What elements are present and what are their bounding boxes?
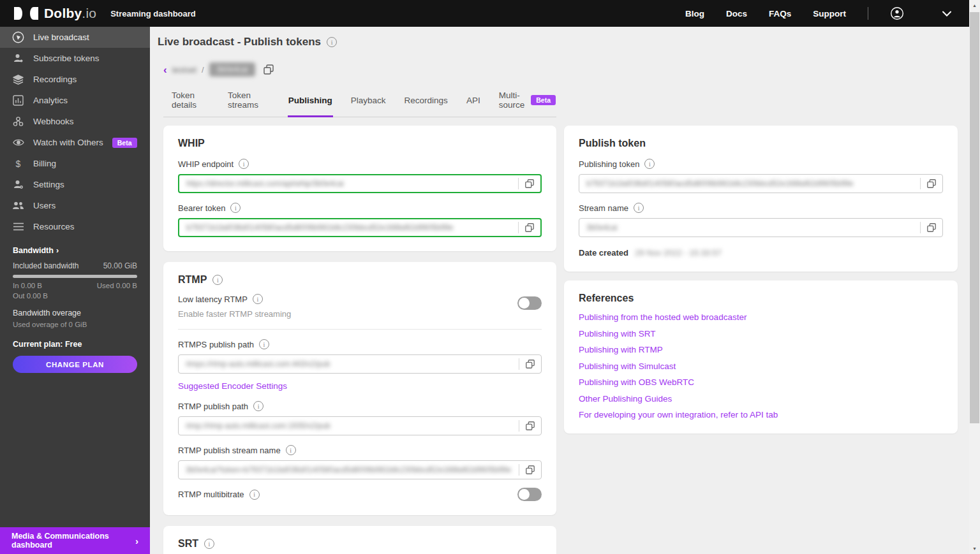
- change-plan-button[interactable]: CHANGE PLAN: [13, 356, 137, 373]
- stream-name-value: 3b0e4cai: [586, 223, 920, 232]
- rtmp-multibitrate-toggle[interactable]: [517, 488, 542, 501]
- date-created-label: Date created: [579, 248, 628, 258]
- info-icon[interactable]: i: [253, 294, 263, 304]
- reference-link-publishing-rtmp[interactable]: Publishing with RTMP: [579, 345, 943, 354]
- info-icon[interactable]: i: [239, 159, 249, 169]
- sidebar-item-label: Analytics: [33, 96, 68, 105]
- info-icon[interactable]: i: [634, 203, 644, 213]
- sidebar-item-billing[interactable]: $ Billing: [0, 153, 150, 174]
- info-icon[interactable]: i: [204, 539, 214, 549]
- info-icon[interactable]: i: [259, 339, 269, 349]
- media-communications-dashboard-link[interactable]: Media & Communications dashboard ›: [0, 527, 150, 554]
- bearer-token-label: Bearer token: [178, 203, 225, 213]
- publishing-token-input[interactable]: b79371b1bd036d0140580acd5d8006b981b8c230…: [579, 174, 943, 193]
- bandwidth-title[interactable]: Bandwidth›: [13, 246, 137, 255]
- sidebar-item-users[interactable]: Users: [0, 195, 150, 216]
- info-icon[interactable]: i: [286, 445, 296, 455]
- rtmp-title: RTMP: [178, 274, 207, 286]
- rtmp-card: RTMP i Low latency RTMP i Enable faster …: [163, 262, 556, 515]
- copy-button[interactable]: [519, 222, 540, 233]
- info-icon[interactable]: i: [230, 203, 241, 213]
- tab-multi-source[interactable]: Multi-source Beta: [498, 87, 556, 117]
- info-icon[interactable]: i: [249, 490, 260, 500]
- reference-link-publishing-obs-webrtc[interactable]: Publishing with OBS WebRTC: [579, 377, 943, 387]
- rtmp-publish-stream-name-input[interactable]: 3b0e4cai?token=b79371b1bd036d0140580acd5…: [178, 460, 542, 479]
- rtmp-publish-path-label: RTMP publish path: [178, 402, 248, 411]
- bandwidth-overage-sub: Used overage of 0 GiB: [13, 321, 137, 328]
- sidebar-item-resources[interactable]: Resources: [0, 216, 150, 237]
- breadcrumb-token-chip[interactable]: 3b0e4cai: [209, 62, 256, 77]
- info-icon[interactable]: i: [253, 401, 264, 411]
- dolby-logo[interactable]: Dolby.io: [14, 6, 96, 21]
- copy-button[interactable]: [519, 421, 541, 431]
- scroll-up-arrow[interactable]: ▲: [969, 0, 980, 11]
- back-chevron-icon[interactable]: ‹: [163, 64, 167, 75]
- account-icon[interactable]: [890, 6, 904, 20]
- scroll-down-arrow[interactable]: ▼: [969, 543, 980, 554]
- tab-recordings[interactable]: Recordings: [404, 87, 449, 117]
- sidebar-item-subscribe-tokens[interactable]: Subscribe tokens: [0, 48, 150, 69]
- rtmps-publish-path-input[interactable]: rtmps://rtmp-auto.millicast.com:443/v2/p…: [178, 354, 542, 374]
- copy-button[interactable]: [519, 179, 540, 189]
- bandwidth-overage-title: Bandwidth overage: [13, 309, 137, 317]
- date-created-value: 29 Nov 2022 - 15:33:57: [635, 248, 722, 258]
- page-title: Live broadcast - Publish tokens: [158, 36, 321, 48]
- sidebar-item-settings[interactable]: Settings: [0, 174, 150, 195]
- copy-icon[interactable]: [263, 64, 274, 75]
- user-settings-icon: [12, 179, 24, 190]
- tab-token-details[interactable]: Token details: [171, 87, 210, 117]
- info-icon[interactable]: i: [327, 37, 337, 47]
- whip-card: WHIP WHIP endpoint i https://director.mi…: [163, 126, 556, 251]
- srt-title: SRT: [178, 538, 198, 550]
- copy-button[interactable]: [921, 222, 942, 233]
- sidebar-item-label: Live broadcast: [33, 33, 89, 42]
- divider: [178, 329, 542, 330]
- info-icon[interactable]: i: [644, 159, 655, 169]
- tab-api[interactable]: API: [466, 87, 481, 117]
- sidebar-item-watch-with-others[interactable]: Watch with Others Beta: [0, 132, 150, 153]
- breadcrumb-parent[interactable]: testset: [172, 65, 197, 75]
- chevron-right-icon: ›: [56, 246, 59, 255]
- reference-link-api-tab[interactable]: For developing your own integration, ref…: [579, 410, 943, 419]
- page-scrollbar[interactable]: ▲ ▼: [969, 0, 980, 554]
- reference-link-publishing-simulcast[interactable]: Publishing with Simulcast: [579, 361, 943, 371]
- copy-button[interactable]: [519, 465, 541, 475]
- bandwidth-used-value: Used 0.00 B: [97, 282, 137, 289]
- nav-docs-link[interactable]: Docs: [726, 9, 747, 18]
- low-latency-rtmp-description: Enable faster RTMP streaming: [178, 309, 291, 319]
- nav-blog-link[interactable]: Blog: [685, 9, 704, 18]
- scrollbar-thumb[interactable]: [970, 12, 979, 423]
- bearer-token-value: b79371b1bd036d0140580acd5d8006b981b8c230…: [186, 223, 518, 232]
- reference-link-other-publishing-guides[interactable]: Other Publishing Guides: [579, 394, 943, 404]
- sidebar-item-webhooks[interactable]: Webhooks: [0, 111, 150, 132]
- stream-name-input[interactable]: 3b0e4cai: [579, 218, 943, 237]
- tab-bar: Token details Token streams Publishing P…: [163, 87, 556, 117]
- low-latency-rtmp-toggle[interactable]: [517, 296, 542, 310]
- reference-link-publishing-srt[interactable]: Publishing with SRT: [579, 329, 943, 339]
- sidebar-item-recordings[interactable]: Recordings: [0, 69, 150, 90]
- rtmp-publish-path-input[interactable]: rtmp://rtmp-auto.millicast.com:1935/v2/p…: [178, 416, 542, 435]
- low-latency-rtmp-label: Low latency RTMP: [178, 295, 248, 304]
- suggested-encoder-settings-link[interactable]: Suggested Encoder Settings: [178, 381, 287, 391]
- reference-link-hosted-web-broadcaster[interactable]: Publishing from the hosted web broadcast…: [579, 312, 943, 322]
- chevron-down-icon[interactable]: [942, 11, 951, 17]
- nav-support-link[interactable]: Support: [813, 9, 846, 18]
- sidebar-item-label: Watch with Others: [33, 138, 103, 147]
- top-bar: Dolby.io Streaming dashboard Blog Docs F…: [0, 0, 969, 27]
- rtmp-publish-path-value: rtmp://rtmp-auto.millicast.com:1935/v2/p…: [186, 421, 519, 430]
- references-title: References: [579, 293, 634, 304]
- info-icon[interactable]: i: [212, 275, 223, 285]
- tab-playback[interactable]: Playback: [350, 87, 387, 117]
- sidebar-item-analytics[interactable]: Analytics: [0, 90, 150, 111]
- main-content: Live broadcast - Publish tokens i ‹ test…: [150, 27, 969, 554]
- product-name: Streaming dashboard: [110, 9, 196, 18]
- tab-publishing[interactable]: Publishing: [288, 87, 333, 117]
- tab-token-streams[interactable]: Token streams: [227, 87, 271, 117]
- list-icon: [12, 222, 24, 231]
- nav-faqs-link[interactable]: FAQs: [769, 9, 791, 18]
- whip-endpoint-input[interactable]: https://director.millicast.com/api/whip/…: [178, 174, 542, 193]
- bearer-token-input[interactable]: b79371b1bd036d0140580acd5d8006b981b8c230…: [178, 218, 542, 237]
- sidebar-item-live-broadcast[interactable]: Live broadcast: [0, 27, 150, 48]
- copy-button[interactable]: [519, 359, 541, 369]
- copy-button[interactable]: [921, 179, 942, 189]
